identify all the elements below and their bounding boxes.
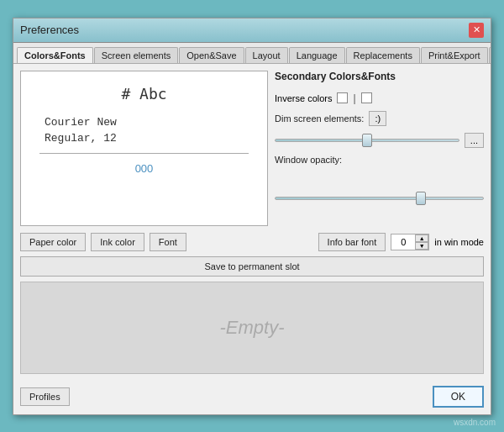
win-mode-label: in win mode	[434, 237, 484, 247]
close-button[interactable]: ✕	[469, 23, 484, 38]
opacity-label: Window opacity:	[275, 155, 342, 165]
secondary-title: Secondary Colors&Fonts	[275, 71, 484, 82]
opacity-slider-container	[275, 171, 484, 226]
tab-jumps[interactable]: Jumps	[489, 47, 491, 63]
spinbox-wrapper: 0 ▲ ▼	[391, 234, 429, 250]
opacity-row: Window opacity:	[275, 155, 484, 165]
tab-bar: Colors&Fonts Screen elements Open&Save L…	[13, 43, 491, 64]
tab-colors-fonts[interactable]: Colors&Fonts	[17, 47, 93, 64]
save-row: Save to permanent slot	[20, 256, 484, 277]
preview-000: 000	[135, 162, 154, 175]
opacity-slider-track	[275, 197, 484, 200]
dim-slider-container	[275, 134, 459, 147]
preview-abc: # Abc	[121, 85, 166, 103]
main-row: # Abc Courier New Regular, 12 000 Second…	[20, 71, 484, 226]
preferences-dialog: Preferences ✕ Colors&Fonts Screen elemen…	[13, 18, 491, 415]
inverse-checkbox-1[interactable]	[337, 92, 348, 103]
tab-screen-elements[interactable]: Screen elements	[94, 47, 179, 63]
tab-language[interactable]: Language	[289, 47, 345, 63]
ink-color-button[interactable]: Ink color	[91, 233, 144, 251]
profiles-button[interactable]: Profiles	[20, 387, 70, 406]
dialog-content: # Abc Courier New Regular, 12 000 Second…	[13, 64, 491, 381]
dialog-title: Preferences	[20, 24, 79, 36]
color-button-row: Paper color Ink color Font Info bar font…	[20, 233, 484, 251]
ok-button[interactable]: OK	[433, 386, 484, 408]
separator: |	[353, 92, 355, 104]
preview-panel: # Abc Courier New Regular, 12 000	[20, 71, 268, 226]
info-bar-font-button[interactable]: Info bar font	[318, 233, 386, 251]
tab-print-export[interactable]: Print&Export	[421, 47, 488, 63]
inverse-colors-row: Inverse colors |	[275, 92, 484, 104]
save-permanent-button[interactable]: Save to permanent slot	[20, 256, 484, 277]
font-button[interactable]: Font	[150, 233, 186, 251]
tab-open-save[interactable]: Open&Save	[179, 47, 244, 63]
tab-layout[interactable]: Layout	[245, 47, 288, 63]
paper-color-button[interactable]: Paper color	[20, 233, 86, 251]
empty-label: -Empty-	[220, 317, 285, 339]
opacity-slider-thumb[interactable]	[416, 192, 426, 205]
smile-button[interactable]: :)	[369, 111, 386, 126]
spinbox-value[interactable]: 0	[391, 234, 415, 250]
title-bar: Preferences ✕	[13, 18, 491, 43]
right-panel: Secondary Colors&Fonts Inverse colors | …	[275, 71, 484, 226]
dim-screen-row: Dim screen elements: :)	[275, 111, 484, 126]
inverse-checkbox-2[interactable]	[361, 92, 372, 103]
spin-up-button[interactable]: ▲	[415, 234, 428, 242]
dim-slider-thumb[interactable]	[362, 134, 372, 147]
dots-button[interactable]: ...	[465, 133, 484, 148]
bottom-bar: Profiles OK	[13, 381, 491, 414]
preview-font-style: Regular, 12	[28, 132, 260, 145]
inverse-colors-label: Inverse colors	[275, 93, 332, 103]
dim-screen-label: Dim screen elements:	[275, 113, 364, 124]
spinbox-buttons: ▲ ▼	[415, 234, 428, 250]
preview-divider	[39, 153, 249, 154]
preview-font-name: Courier New	[28, 116, 260, 129]
watermark: wsxdn.com	[454, 418, 496, 427]
empty-area: -Empty-	[20, 282, 484, 374]
spin-down-button[interactable]: ▼	[415, 242, 428, 250]
tab-replacements[interactable]: Replacements	[346, 47, 420, 63]
